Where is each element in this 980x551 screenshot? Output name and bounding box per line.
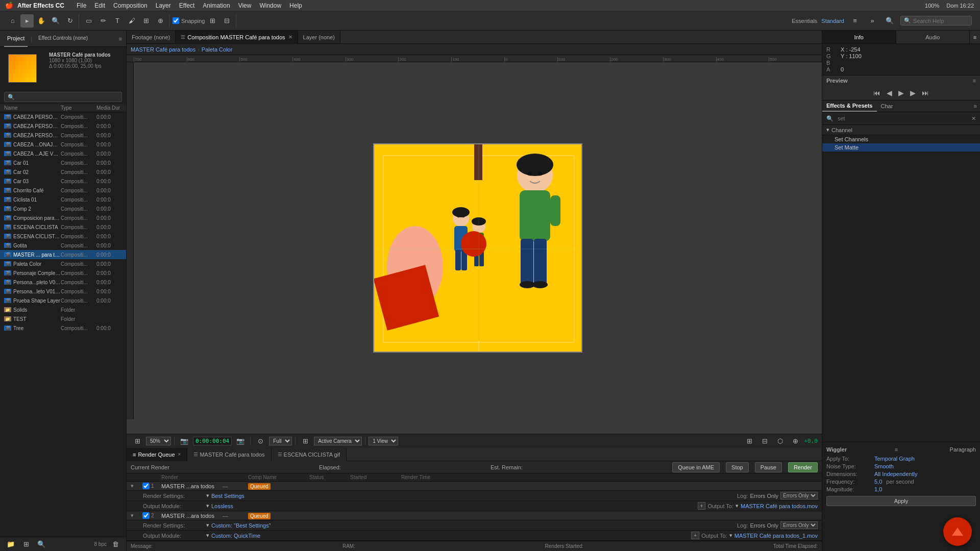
workspace-standard[interactable]: Standard [821, 18, 844, 24]
list-item[interactable]: 🎬 Persona...pleto V01 RIG Compositi... 0… [0, 278, 126, 287]
rq-2-output-file[interactable]: MASTER Café para todos_1.mov [734, 533, 818, 539]
comp-timecode[interactable]: 0:00:00:04 [193, 437, 232, 445]
list-item[interactable]: 🎬 CABEZA PERSONAJE Cafe Compositi... 0:0… [0, 121, 126, 131]
new-folder-btn[interactable]: 📁 [4, 538, 17, 551]
btab-master[interactable]: ☰ MASTER Café para todos [187, 448, 271, 461]
comp-snapshot-btn[interactable]: 📷 [234, 435, 247, 448]
wiggler-magnitude-val[interactable]: 1,0 [874, 486, 882, 492]
menu-edit[interactable]: Edit [90, 0, 109, 11]
list-item[interactable]: 🎬 ESCENA CICLISTA gif Compositi... 0:00:… [0, 232, 126, 241]
toolbar-brush-btn[interactable]: 🖌 [125, 14, 138, 28]
rq-1-output-file[interactable]: MASTER Café para todos.mov [741, 503, 818, 509]
toolbar-rotate-btn[interactable]: ↻ [63, 14, 77, 28]
btab-escena[interactable]: ☰ ESCENA CICLISTA gif [272, 448, 347, 461]
menu-composition[interactable]: Composition [109, 0, 152, 11]
list-item[interactable]: 🎬 Car 03 Compositi... 0:00:0 [0, 177, 126, 186]
rq-2-custom-settings[interactable]: Custom: "Best Settings" [211, 522, 271, 529]
queue-in-ame-btn[interactable]: Queue in AME [672, 462, 720, 472]
project-search-input[interactable] [4, 92, 122, 102]
toolbar-stamp-btn[interactable]: ⊞ [139, 14, 153, 28]
comp-resolution-select[interactable]: Full [269, 437, 292, 445]
toolbar-snap2-btn[interactable]: ⊞ [206, 14, 219, 28]
preview-menu-btn[interactable]: ≡ [973, 78, 976, 84]
list-item[interactable]: 🎬 Car 01 Compositi... 0:00:0 [0, 158, 126, 167]
comp-mask-btn[interactable]: ⬡ [774, 435, 787, 448]
tab-layer[interactable]: Layer (none) [298, 31, 340, 44]
list-item[interactable]: 🎬 CABEZA PERSONAJE Bici Compositi... 0:0… [0, 112, 126, 121]
list-item[interactable]: 📁 TEST Folder [0, 314, 126, 323]
tab-composition[interactable]: ☰ Composition MASTER Café para todos ✕ [176, 31, 298, 44]
rq-2-expand[interactable]: 2 [151, 513, 161, 518]
comp-camera-select[interactable]: Active Camera [314, 437, 362, 445]
comp-zoom-select[interactable]: 50% [146, 437, 171, 445]
panel-tab-project[interactable]: Project [4, 31, 28, 47]
list-item[interactable]: 🎬 Tree Compositi... 0:00:0 [0, 323, 126, 333]
toolbar-rect-btn[interactable]: ▭ [82, 14, 95, 28]
preview-play-btn[interactable]: ▶ [896, 88, 906, 98]
list-item[interactable]: 🎬 Paleta Color Compositi... 0:00:0 [0, 259, 126, 268]
rq-2-custom-qt[interactable]: Custom: QuickTime [211, 533, 260, 539]
effects-search-input[interactable] [836, 114, 969, 122]
menu-effect[interactable]: Effect [175, 0, 199, 11]
preview-prev-frame-btn[interactable]: ◀ [885, 88, 894, 98]
btab-render-queue[interactable]: ≡ Render Queue × [127, 448, 187, 461]
wiggler-dimensions-val[interactable]: All Independently [874, 471, 917, 477]
rq-1-log-select[interactable]: Errors Only [780, 492, 818, 499]
panel-tab-effect-controls[interactable]: Effect Controls (none) [35, 31, 91, 47]
list-item[interactable]: 🎬 Comp 2 Compositi... 0:00:0 [0, 204, 126, 213]
rq-1-expand[interactable]: 1 [151, 483, 161, 489]
delete-btn[interactable]: 🗑 [109, 538, 122, 551]
comp-camera-btn[interactable]: 📷 [178, 435, 191, 448]
right-panel-menu-btn[interactable]: ≡ [970, 31, 980, 43]
comp-guide-btn[interactable]: ⊟ [758, 435, 772, 448]
char-tab[interactable]: Char [877, 101, 897, 111]
menu-view[interactable]: View [234, 0, 256, 11]
effects-search-clear[interactable]: ✕ [971, 115, 976, 122]
wiggler-frequency-val[interactable]: 5,0 [874, 479, 882, 485]
menu-file[interactable]: File [72, 0, 90, 11]
toolbar-zoom-btn[interactable]: 🔍 [49, 14, 62, 28]
new-comp-btn[interactable]: ⊞ [19, 538, 33, 551]
toolbar-puppet-btn[interactable]: ⊕ [154, 14, 167, 28]
search-project-btn[interactable]: 🔍 [35, 538, 48, 551]
rq-1-arrow[interactable]: ▾ [131, 483, 141, 489]
list-item[interactable]: 🎬 Chorrito Café Compositi... 0:00:0 [0, 186, 126, 195]
list-item[interactable]: 🎬 CABEZA ...AJE V018 RIG Compositi... 0:… [0, 149, 126, 158]
toolbar-text-btn[interactable]: T [111, 14, 124, 28]
list-item[interactable]: 📁 Solids Folder [0, 305, 126, 314]
snapping-checkbox[interactable] [173, 17, 179, 24]
preview-skip-end-btn[interactable]: ⏭ [920, 88, 931, 98]
comp-view-select[interactable]: 1 View [369, 437, 398, 445]
menu-help[interactable]: Help [285, 0, 306, 11]
toolbar-select-btn[interactable]: ▸ [20, 14, 34, 28]
workspace-menu-btn[interactable]: ≡ [848, 14, 862, 28]
search-icon-btn[interactable]: 🔍 [883, 14, 896, 28]
menu-animation[interactable]: Animation [199, 0, 234, 11]
rq-2-checkbox[interactable] [141, 512, 151, 519]
list-item[interactable]: 🎬 Persona...leto V01 RIG 2 Compositi... … [0, 287, 126, 296]
wiggler-menu-btn[interactable]: ≡ [895, 446, 898, 453]
comp-toggle-btn[interactable]: ⊙ [254, 435, 267, 448]
render-btn[interactable]: Render [788, 462, 818, 472]
rq-1-checkbox[interactable] [141, 483, 151, 489]
comp-3d-btn[interactable]: ⊕ [789, 435, 802, 448]
tab-footage[interactable]: Footage (none) [127, 31, 176, 44]
stop-btn[interactable]: Stop [726, 462, 749, 472]
comp-zoom-quality-btn[interactable]: ⊞ [131, 435, 144, 448]
set-matte-item[interactable]: Set Matte [822, 143, 980, 152]
paragraph-tab[interactable]: Paragraph [950, 446, 976, 453]
rq-1-best-settings[interactable]: Best Settings [211, 493, 244, 499]
list-item[interactable]: 🎬 Gotita Compositi... 0:00:0 [0, 241, 126, 250]
preview-next-frame-btn[interactable]: ▶ [908, 88, 918, 98]
toolbar-pen-btn[interactable]: ✏ [96, 14, 110, 28]
rq-1-add-output-btn[interactable]: + [698, 502, 706, 510]
list-item[interactable]: 🎬 Personaje Completo V01 Compositi... 0:… [0, 268, 126, 278]
toolbar-snap3-btn[interactable]: ⊟ [220, 14, 234, 28]
list-item[interactable]: 🎬 CABEZA PERSONAJE V01 Compositi... 0:00… [0, 131, 126, 140]
menu-layer[interactable]: Layer [152, 0, 175, 11]
rq-2-log-select[interactable]: Errors Only [780, 521, 818, 529]
preview-skip-start-btn[interactable]: ⏮ [871, 88, 883, 98]
comp-fast-preview-btn[interactable]: ⊞ [299, 435, 312, 448]
list-item[interactable]: 🎬 ESCENA CICLISTA Compositi... 0:00:0 [0, 222, 126, 232]
wiggler-noise-type-val[interactable]: Smooth [874, 463, 894, 469]
